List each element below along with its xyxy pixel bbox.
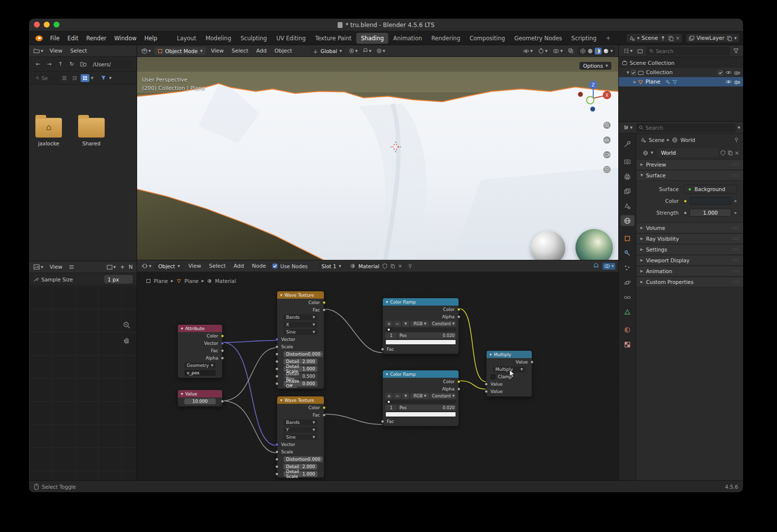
value-field[interactable]: 10.000 (184, 398, 216, 404)
tab-compositing[interactable]: Compositing (465, 33, 509, 44)
expand-icon[interactable]: ▼ (627, 71, 629, 75)
tab-render[interactable] (621, 156, 634, 167)
zoom-tool-icon[interactable] (123, 321, 131, 329)
panel-viewport-display[interactable]: ▶Viewport Display∷∷ (636, 255, 743, 266)
options-dropdown[interactable]: Options▼ (579, 62, 611, 70)
image-new-button[interactable]: N (128, 263, 134, 271)
output-socket[interactable] (221, 399, 224, 403)
outliner-row-plane[interactable]: ▶ Plane (619, 77, 743, 86)
panel-settings[interactable]: ▶Settings∷∷ (636, 244, 743, 255)
node-color-ramp-a[interactable]: ▼Color Ramp Color Alpha + − ▼ RGB ▼ Cons… (382, 298, 459, 354)
close-icon[interactable]: × (735, 150, 739, 156)
output-socket[interactable] (221, 349, 224, 352)
tab-texture-paint[interactable]: Texture Paint (311, 33, 356, 44)
maximize-button[interactable] (54, 22, 59, 28)
panel-custom-properties[interactable]: ▶Custom Properties∷∷ (636, 277, 743, 287)
output-socket[interactable] (457, 308, 460, 311)
display-thumbnail-toggle[interactable] (81, 74, 89, 82)
input-socket[interactable] (275, 352, 279, 356)
param-field[interactable]: Phase Off...0.000 (284, 381, 317, 387)
parent-dir-button[interactable]: ↑ (56, 60, 65, 69)
node-value[interactable]: ▼Value 10.000 (177, 390, 223, 407)
collapse-icon[interactable]: ▼ (386, 300, 388, 304)
checkbox-checked-icon[interactable] (631, 70, 636, 75)
tab-output[interactable] (621, 171, 634, 182)
input-socket[interactable] (381, 347, 384, 351)
wave-type-dropdown[interactable]: Bands▼ (284, 420, 317, 425)
menu-window[interactable]: Window (111, 33, 140, 43)
drag-dots-icon[interactable]: ∷∷ (733, 173, 739, 178)
node-wave-texture-b[interactable]: ▼Wave Texture Color Fac Bands▼ Y▼ Sine▼ … (277, 396, 324, 478)
sample-size-field[interactable]: 1 px (104, 275, 133, 283)
keyframe-dot-icon[interactable] (734, 211, 737, 215)
wave-type-dropdown[interactable]: Bands▼ (284, 314, 317, 320)
checkbox-checked-icon[interactable] (718, 70, 723, 75)
color-swatch[interactable] (690, 197, 731, 205)
file-search[interactable] (33, 74, 58, 83)
param-field[interactable]: Distortion0.000 (284, 351, 323, 357)
node-attribute[interactable]: ▼Attribute Color Vector Fac Alpha Geomet… (177, 324, 223, 378)
outliner-search[interactable] (646, 47, 730, 56)
chevron-down-icon[interactable]: ▼ (738, 126, 740, 130)
tab-layout[interactable]: Layout (173, 33, 201, 44)
input-socket[interactable] (275, 374, 279, 378)
ramp-options-button[interactable]: ▼ (402, 393, 409, 399)
camera-icon[interactable] (734, 80, 740, 84)
viewport-select-menu[interactable]: Select (229, 47, 251, 55)
input-socket[interactable] (275, 345, 279, 348)
drag-dots-icon[interactable]: ∷∷ (733, 269, 739, 274)
wave-profile-dropdown[interactable]: Sine▼ (284, 434, 317, 440)
shader-type-dropdown[interactable]: Object▼ (155, 262, 183, 270)
tab-modifiers[interactable] (621, 248, 634, 258)
collapse-icon[interactable]: ▼ (489, 353, 492, 356)
path-field[interactable]: /Users/ (89, 60, 133, 69)
output-socket[interactable] (221, 334, 224, 337)
forward-button[interactable]: → (44, 60, 54, 69)
tab-view-layer[interactable] (621, 186, 634, 196)
interpolation-dropdown[interactable]: Constant ▼ (431, 321, 456, 327)
visibility-dropdown[interactable]: ▼ (521, 48, 534, 55)
remove-stop-button[interactable]: − (394, 321, 401, 327)
ramp-stop-marker[interactable] (387, 328, 390, 331)
chevron-down-icon[interactable]: ▼ (610, 49, 613, 53)
input-socket[interactable] (275, 465, 279, 468)
stop-pos-field[interactable]: Pos0.020 (398, 405, 456, 411)
tab-physics[interactable] (621, 277, 634, 288)
output-socket[interactable] (221, 341, 224, 345)
menu-edit[interactable]: Edit (64, 33, 82, 43)
shading-rendered-icon[interactable] (603, 48, 609, 54)
collapse-icon[interactable]: ▼ (280, 293, 283, 297)
panel-ray-visibility[interactable]: ▶Ray Visibility∷∷ (636, 233, 743, 244)
tab-sculpting[interactable]: Sculpting (236, 33, 271, 44)
ramp-stop-marker[interactable] (387, 400, 390, 403)
chevron-down-icon[interactable]: ▼ (109, 76, 112, 80)
folder-item[interactable]: Shared (77, 118, 106, 146)
input-socket[interactable] (275, 450, 279, 453)
file-browser-select-menu[interactable]: Select (67, 47, 90, 55)
editor-type-button[interactable]: ▼ (32, 47, 45, 55)
input-socket[interactable] (275, 337, 279, 341)
strength-slider[interactable]: 1.000 (690, 209, 731, 217)
drag-dots-icon[interactable]: ∷∷ (733, 258, 739, 263)
close-icon[interactable]: × (676, 35, 680, 41)
tab-modeling[interactable]: Modeling (201, 33, 235, 44)
copy-icon[interactable] (727, 150, 733, 156)
properties-search[interactable] (636, 123, 736, 132)
output-socket[interactable] (530, 360, 534, 364)
panel-animation[interactable]: ▶Animation∷∷ (636, 266, 743, 277)
wave-axis-dropdown[interactable]: Y▼ (284, 427, 317, 433)
viewport-camera-icon[interactable] (603, 150, 611, 159)
stop-index-field[interactable]: 1 (385, 405, 397, 411)
menu-file[interactable]: File (47, 33, 63, 43)
material-datablock[interactable]: Material × (346, 262, 405, 270)
breadcrumb-scene[interactable]: Scene (649, 137, 664, 143)
input-socket[interactable] (381, 420, 384, 423)
image-view-menu[interactable]: View (47, 263, 65, 271)
viewport-add-menu[interactable]: Add (253, 47, 269, 55)
output-socket[interactable] (322, 413, 326, 417)
world-browse-button[interactable]: ▼ (640, 149, 656, 157)
copy-icon[interactable] (726, 35, 732, 41)
attribute-type-dropdown[interactable]: Geometry▼ (184, 363, 216, 368)
snap-node-toggle[interactable] (592, 262, 601, 270)
chevron-down-icon[interactable]: ▼ (91, 76, 93, 80)
